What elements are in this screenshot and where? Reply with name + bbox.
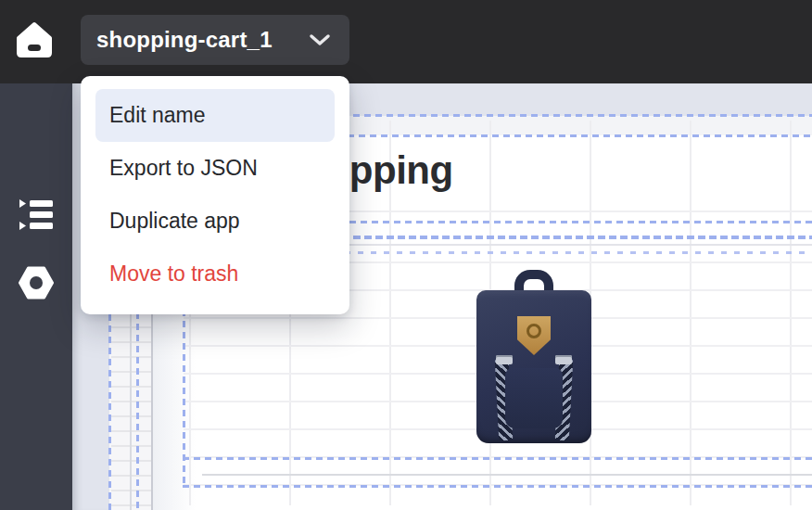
menu-item-edit-name[interactable]: Edit name — [95, 89, 335, 142]
sidebar-item-settings[interactable] — [0, 266, 72, 300]
home-button[interactable] — [12, 18, 57, 62]
backpack-buckle — [496, 355, 513, 364]
sidebar-item-component-tree[interactable] — [0, 198, 72, 232]
home-icon — [14, 20, 55, 59]
app-name-dropdown-button[interactable]: shopping-cart_1 — [81, 15, 349, 65]
editor-sidebar — [0, 83, 72, 510]
selection-outline — [183, 457, 812, 460]
product-image-backpack[interactable] — [474, 270, 594, 443]
backpack-buckle — [555, 355, 572, 364]
app-editor-screen: Shopping — [0, 0, 812, 510]
menu-item-duplicate-app[interactable]: Duplicate app — [95, 195, 335, 248]
app-name-label: shopping-cart_1 — [96, 27, 273, 53]
chevron-down-icon — [309, 33, 331, 46]
backpack-pocket — [505, 368, 563, 428]
app-dropdown-menu: Edit name Export to JSON Duplicate app M… — [81, 76, 349, 314]
editor-topbar: shopping-cart_1 — [0, 0, 812, 83]
menu-item-export-to-json[interactable]: Export to JSON — [95, 142, 335, 195]
settings-nut-icon — [19, 266, 54, 300]
component-tree-icon — [18, 198, 55, 232]
menu-item-move-to-trash[interactable]: Move to trash — [95, 248, 335, 300]
container-edge-line — [202, 474, 812, 476]
selection-outline — [183, 485, 812, 488]
backpack-logo-ring — [527, 324, 541, 338]
